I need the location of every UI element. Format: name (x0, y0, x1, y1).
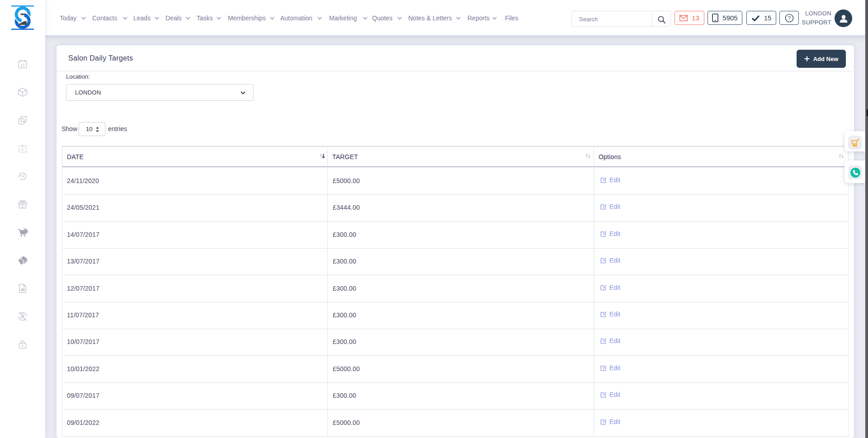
svg-text:12: 12 (20, 63, 25, 67)
svg-text:?: ? (788, 15, 790, 21)
